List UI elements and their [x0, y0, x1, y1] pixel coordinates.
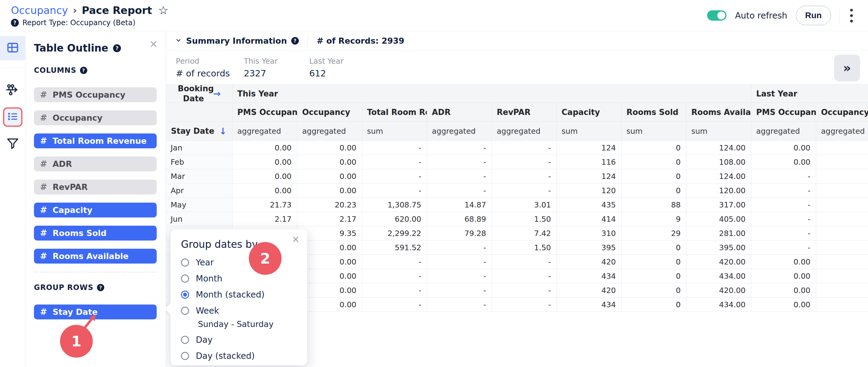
help-icon[interactable]: ? [11, 19, 19, 27]
field-chip-rooms-available[interactable]: #Rooms Available [34, 249, 157, 263]
summary-info-title: Summary Information [186, 36, 287, 46]
row-label-may: May [166, 198, 232, 212]
data-cell-jul-7: 281.00 [686, 226, 751, 241]
data-cell-feb-2: - [362, 155, 427, 169]
data-cell-may-4: 3.01 [492, 198, 557, 212]
summary-block-period: Period# of records [176, 57, 230, 79]
pivot-flow-icon [6, 83, 20, 98]
column-header-occupancy-1[interactable]: Occupancy [297, 103, 362, 122]
column-header-total-room-reve-2[interactable]: Total Room Reve... [362, 103, 427, 122]
chip-label: Rooms Available [53, 251, 128, 261]
data-cell-dec-7: 434.00 [686, 298, 751, 312]
breadcrumb: Occupancy › Pace Report ☆ [11, 4, 168, 17]
chip-label: Occupancy [53, 113, 102, 122]
rail-item-pivot[interactable] [0, 82, 26, 99]
radio-option-day-stacked[interactable]: Day (stacked) [181, 351, 297, 361]
data-cell-nov-4: - [492, 283, 557, 298]
aggregation-cell-7: sum [686, 122, 751, 141]
data-cell-aug-9 [816, 241, 868, 255]
topbar: Occupancy › Pace Report ☆ ? Report Type:… [0, 0, 868, 31]
column-header-adr-3[interactable]: ADR [427, 103, 492, 122]
field-chip-adr[interactable]: #ADR [34, 157, 157, 171]
panel-close-icon[interactable]: × [149, 38, 158, 49]
help-icon[interactable]: ? [291, 37, 299, 45]
rail-item-filter[interactable] [0, 135, 26, 152]
radio-icon[interactable] [181, 258, 189, 266]
stay-date-sort-header[interactable]: Stay Date↓ [166, 122, 232, 141]
collapse-panel-button[interactable]: » [834, 55, 860, 81]
data-cell-apr-4: - [492, 184, 557, 198]
group-rows-chip-list: #Stay Date [34, 305, 157, 319]
data-cell-sep-5: 420 [557, 255, 622, 269]
data-cell-jul-8: - [751, 226, 816, 241]
radio-option-label: Day (stacked) [196, 351, 255, 361]
data-cell-apr-7: 120.00 [686, 184, 751, 198]
rail-item-table-outline[interactable] [0, 106, 26, 128]
kebab-menu-icon[interactable] [848, 7, 855, 24]
favorite-star-icon[interactable]: ☆ [158, 4, 168, 16]
hash-icon: # [40, 251, 47, 261]
popup-close-icon[interactable]: × [291, 234, 300, 244]
sort-arrow-down-icon: ↓ [219, 126, 227, 137]
field-chip-rooms-sold[interactable]: #Rooms Sold [34, 226, 157, 241]
chip-label: Capacity [53, 205, 92, 215]
radio-icon-selected[interactable] [181, 290, 189, 299]
summary-info-bar: Summary Information ? # of Records: 2939 [166, 31, 868, 51]
data-cell-nov-7: 420.00 [686, 283, 751, 298]
data-cell-sep-2: - [362, 255, 427, 269]
help-icon[interactable]: ? [80, 67, 87, 74]
field-chip-total-room-revenue[interactable]: #Total Room Revenue [34, 134, 157, 148]
column-header-rooms-available-7[interactable]: Rooms Available [686, 103, 751, 122]
column-header-pms-occupancy-8[interactable]: PMS Occupancy [751, 103, 816, 122]
field-chip-capacity[interactable]: #Capacity [34, 203, 157, 218]
data-cell-aug-5: 395 [557, 241, 622, 255]
column-header-revpar-4[interactable]: RevPAR [492, 103, 557, 122]
column-header-rooms-sold-6[interactable]: Rooms Sold [622, 103, 686, 122]
column-header-pms-occupancy-0[interactable]: PMS Occupancy [232, 103, 297, 122]
data-cell-may-1: 20.23 [297, 198, 362, 212]
radio-icon[interactable] [181, 275, 189, 283]
data-cell-nov-2: - [362, 283, 427, 298]
help-icon[interactable]: ? [97, 284, 104, 291]
column-header-occupancy-9[interactable]: Occupancy [816, 103, 868, 122]
data-cell-oct-5: 434 [557, 269, 622, 283]
radio-option-week[interactable]: Week [181, 306, 297, 316]
field-chip-pms-occupancy[interactable]: #PMS Occupancy [34, 87, 157, 102]
data-cell-aug-7: 395.00 [686, 241, 751, 255]
hash-icon: # [40, 307, 47, 317]
aggregation-cell-6: sum [622, 122, 686, 141]
radio-option-month[interactable]: Month [181, 274, 297, 284]
hash-icon: # [40, 90, 47, 100]
breadcrumb-occupancy-link[interactable]: Occupancy [11, 4, 68, 17]
chip-label: ADR [53, 159, 72, 169]
data-cell-dec-5: 434 [557, 298, 622, 312]
field-chip-revpar[interactable]: #RevPAR [34, 179, 157, 194]
data-cell-mar-4: - [492, 169, 557, 184]
data-cell-jun-2: 620.00 [362, 212, 427, 226]
data-cell-jul-9 [816, 226, 868, 241]
radio-icon[interactable] [181, 336, 189, 344]
booking-date-header[interactable]: Booking Date→ [166, 85, 232, 103]
radio-icon[interactable] [181, 307, 189, 315]
radio-icon[interactable] [181, 352, 189, 360]
summary-collapse-toggle[interactable]: Summary Information ? [175, 36, 299, 46]
aggregation-cell-4: aggregated [492, 122, 557, 141]
data-cell-jul-6: 29 [622, 226, 686, 241]
column-header-capacity-5[interactable]: Capacity [557, 103, 622, 122]
radio-option-day[interactable]: Day [181, 335, 297, 345]
data-cell-sep-7: 420.00 [686, 255, 751, 269]
data-cell-dec-6: 0 [622, 298, 686, 312]
hash-icon: # [40, 136, 47, 146]
run-button[interactable]: Run [796, 6, 831, 25]
rail-item-table[interactable] [0, 36, 26, 60]
help-icon[interactable]: ? [113, 44, 121, 52]
data-cell-may-6: 88 [622, 198, 686, 212]
field-chip-occupancy[interactable]: #Occupancy [34, 110, 157, 125]
field-chip-stay-date[interactable]: #Stay Date [34, 305, 157, 319]
summary-block-label: Last Year [309, 57, 343, 65]
auto-refresh-toggle[interactable] [707, 10, 726, 21]
data-cell-feb-6: 0 [622, 155, 686, 169]
data-cell-aug-2: 591.52 [362, 241, 427, 255]
radio-option-month-stacked[interactable]: Month (stacked) [181, 290, 297, 300]
row-label-apr: Apr [166, 184, 232, 198]
